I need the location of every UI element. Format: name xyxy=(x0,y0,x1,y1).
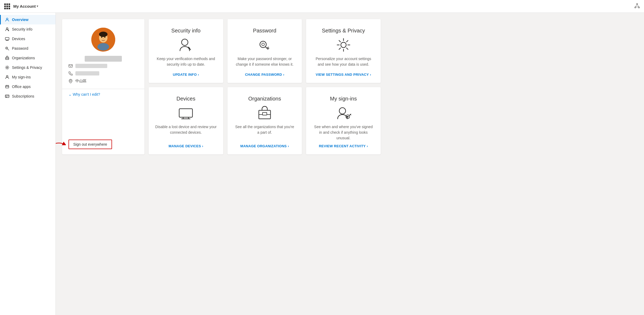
svg-point-31 xyxy=(101,37,102,38)
profile-info: 中山區 xyxy=(62,64,144,87)
svg-point-41 xyxy=(262,43,264,46)
svg-point-54 xyxy=(339,108,346,114)
topbar: My Account ▾ xyxy=(0,0,644,13)
sidebar-item-office-apps[interactable]: Office apps xyxy=(0,82,55,91)
avatar-container xyxy=(62,19,144,56)
app-title: My Account ▾ xyxy=(13,4,38,9)
svg-rect-46 xyxy=(179,109,192,117)
settings-privacy-card-link[interactable]: VIEW SETTINGS AND PRIVACY › xyxy=(316,73,371,77)
my-sign-ins-link-label: REVIEW RECENT ACTIVITY xyxy=(319,144,366,148)
app-launcher-icon[interactable] xyxy=(4,3,10,9)
phone-value xyxy=(75,71,99,75)
sidebar-item-label: Subscriptions xyxy=(12,94,34,98)
svg-point-56 xyxy=(347,116,349,117)
main-content: 中山區 ⌄ Why can't I edit? xyxy=(56,13,644,315)
devices-icon xyxy=(5,37,9,41)
svg-rect-34 xyxy=(69,65,72,67)
my-sign-ins-card-link[interactable]: REVIEW RECENT ACTIVITY › xyxy=(319,144,368,148)
email-row xyxy=(68,64,138,68)
svg-line-43 xyxy=(267,47,268,48)
annotation-arrow xyxy=(56,140,66,148)
content-grid: 中山區 ⌄ Why can't I edit? xyxy=(62,19,381,154)
location-row: 中山區 xyxy=(68,79,138,83)
sidebar-item-label: Password xyxy=(12,46,28,51)
organizations-icon xyxy=(5,56,9,60)
network-icon xyxy=(634,3,640,9)
settings-privacy-link-arrow: › xyxy=(370,73,371,77)
sidebar-item-subscriptions[interactable]: Subscriptions xyxy=(0,91,55,101)
svg-line-4 xyxy=(637,5,639,7)
sidebar-item-overview[interactable]: Overview xyxy=(0,15,55,24)
email-value xyxy=(75,64,107,68)
settings-privacy-card-icon xyxy=(336,37,351,53)
svg-rect-20 xyxy=(6,86,9,88)
sidebar-item-settings-privacy[interactable]: Settings & Privacy xyxy=(0,63,55,72)
sidebar-item-devices[interactable]: Devices xyxy=(0,34,55,44)
devices-card-desc: Disable a lost device and review your co… xyxy=(155,124,217,141)
settings-privacy-card-desc: Personalize your account settings and se… xyxy=(312,56,374,69)
sidebar: Overview Security info Devices xyxy=(0,13,56,315)
sign-out-everywhere-button[interactable]: Sign out everywhere xyxy=(68,140,112,149)
svg-rect-24 xyxy=(5,95,9,98)
settings-privacy-link-label: VIEW SETTINGS AND PRIVACY xyxy=(316,73,369,77)
svg-rect-0 xyxy=(637,3,638,5)
why-cant-edit-link[interactable]: ⌄ Why can't I edit? xyxy=(62,92,106,96)
svg-rect-2 xyxy=(638,7,639,8)
sidebar-item-my-sign-ins[interactable]: My sign-ins xyxy=(0,72,55,82)
svg-point-18 xyxy=(7,67,8,68)
devices-card-link[interactable]: MANAGE DEVICES › xyxy=(169,144,203,148)
svg-point-37 xyxy=(182,39,188,45)
svg-rect-1 xyxy=(635,7,636,8)
security-info-card-title: Security info xyxy=(171,28,200,34)
sign-out-area: Sign out everywhere xyxy=(62,135,144,149)
security-info-card-desc: Keep your verification methods and secur… xyxy=(155,56,217,69)
security-info-link-label: UPDATE INFO xyxy=(173,73,197,77)
sidebar-item-label: Security info xyxy=(12,27,32,31)
password-icon xyxy=(5,46,9,51)
security-info-link-arrow: › xyxy=(198,73,199,77)
sign-ins-icon xyxy=(5,75,9,79)
organizations-card-icon xyxy=(257,105,273,121)
security-info-icon xyxy=(5,27,9,31)
my-sign-ins-link-arrow: › xyxy=(367,144,368,148)
svg-point-38 xyxy=(189,48,190,48)
password-card-title: Password xyxy=(253,28,276,34)
organizations-card-title: Organizations xyxy=(248,96,281,102)
why-edit-chevron: ⌄ xyxy=(68,92,72,96)
organizations-card: Organizations See all the organizations … xyxy=(227,87,302,154)
password-card-desc: Make your password stronger, or change i… xyxy=(234,56,296,69)
title-chevron-icon: ▾ xyxy=(37,5,38,8)
topbar-right xyxy=(634,3,640,10)
my-sign-ins-card-desc: See when and where you've signed in and … xyxy=(312,124,374,141)
svg-point-19 xyxy=(6,75,8,77)
location-value: 中山區 xyxy=(75,79,87,83)
password-card-icon xyxy=(257,37,273,53)
svg-point-7 xyxy=(6,28,8,29)
svg-point-15 xyxy=(6,48,7,49)
svg-line-3 xyxy=(635,5,637,7)
my-sign-ins-card: My sign-ins See when and where you've si… xyxy=(306,87,381,154)
sidebar-item-password[interactable]: Password xyxy=(0,44,55,53)
sidebar-item-organizations[interactable]: Organizations xyxy=(0,53,55,63)
svg-point-30 xyxy=(99,32,108,37)
svg-rect-9 xyxy=(5,37,9,40)
settings-privacy-card: Settings & Privacy Personalize your acco… xyxy=(306,19,381,83)
sidebar-item-label: Settings & Privacy xyxy=(12,65,42,70)
phone-icon xyxy=(68,71,73,75)
subscriptions-icon xyxy=(5,94,9,98)
password-card-link[interactable]: CHANGE PASSWORD › xyxy=(245,73,284,77)
location-icon xyxy=(68,79,73,83)
settings-icon xyxy=(5,65,9,70)
profile-card: 中山區 ⌄ Why can't I edit? xyxy=(62,19,144,154)
password-link-arrow: › xyxy=(283,73,284,77)
svg-point-45 xyxy=(341,42,346,48)
security-info-card-link[interactable]: UPDATE INFO › xyxy=(173,73,199,77)
name-placeholder xyxy=(85,56,122,62)
devices-link-arrow: › xyxy=(202,144,203,148)
sidebar-item-security-info[interactable]: Security info xyxy=(0,24,55,34)
devices-card: Devices Disable a lost device and review… xyxy=(149,87,223,154)
devices-link-label: MANAGE DEVICES xyxy=(169,144,201,148)
why-edit-label: Why can't I edit? xyxy=(73,92,100,96)
organizations-link-arrow: › xyxy=(288,144,289,148)
organizations-card-link[interactable]: MANAGE ORGANIZATIONS › xyxy=(240,144,289,148)
